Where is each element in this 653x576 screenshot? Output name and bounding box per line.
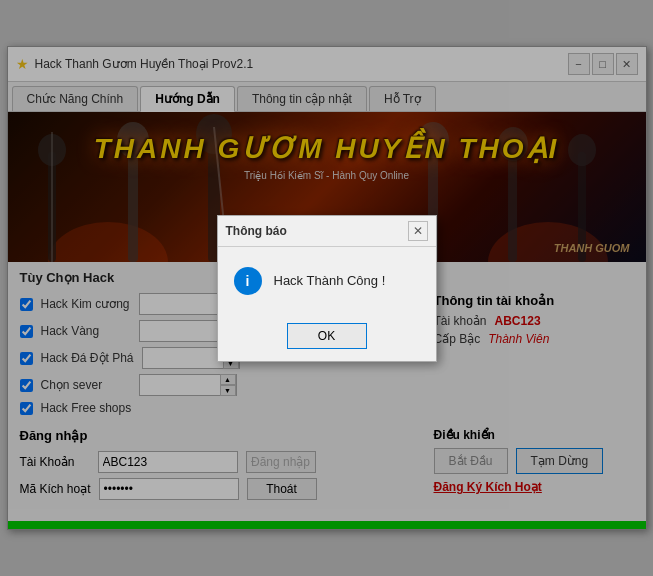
modal-title: Thông báo — [226, 224, 287, 238]
modal-body: i Hack Thành Công ! — [218, 247, 436, 315]
modal-ok-button[interactable]: OK — [287, 323, 367, 349]
info-icon: i — [234, 267, 262, 295]
modal-title-bar: Thông báo ✕ — [218, 216, 436, 247]
modal-close-button[interactable]: ✕ — [408, 221, 428, 241]
modal-dialog: Thông báo ✕ i Hack Thành Công ! OK — [217, 215, 437, 362]
modal-message: Hack Thành Công ! — [274, 273, 386, 288]
modal-overlay: Thông báo ✕ i Hack Thành Công ! OK — [0, 0, 653, 576]
modal-footer: OK — [218, 315, 436, 361]
